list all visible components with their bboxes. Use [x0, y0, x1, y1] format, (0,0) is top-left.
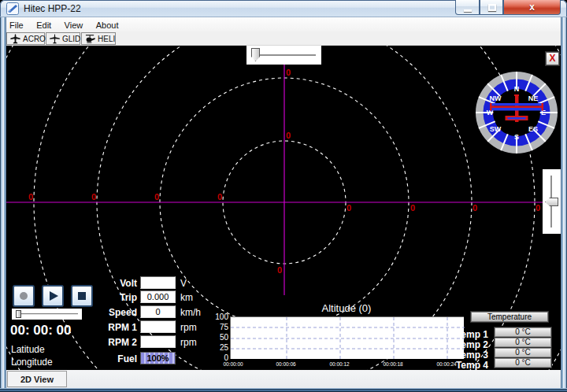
playback-slider-track[interactable] [16, 313, 78, 315]
play-icon [50, 291, 58, 301]
trip-field[interactable]: 0.000 [140, 290, 176, 303]
compass-ne: NE [528, 94, 539, 102]
temp2-value: 0 °C [495, 338, 551, 347]
x-tick: 00:00:00 [219, 361, 247, 367]
x-tick: 00:00:18 [379, 361, 407, 367]
axis-zero-label: 0 [277, 266, 282, 275]
stop-icon [78, 292, 86, 300]
elapsed-time: 00: 00: 00 [10, 323, 72, 338]
toolbar: ACRO GLID HELI [6, 31, 561, 46]
rpm2-label: RPM 2 [90, 337, 137, 348]
speed-label: Speed [90, 307, 137, 318]
longitude-label: Longitude [11, 357, 53, 368]
volt-label: Volt [90, 278, 137, 289]
axis-zero-label: 0 [472, 204, 477, 213]
volt-unit: V [180, 278, 187, 289]
temp2-label: Temp 2 [454, 339, 488, 350]
altitude-chart-plot [230, 316, 464, 359]
window-border-left [0, 17, 6, 388]
rpm1-field[interactable] [140, 320, 176, 333]
titlebar[interactable]: Hitec HPP-22 x [0, 0, 567, 17]
temp1-label: Temp 1 [454, 329, 488, 340]
helicopter-icon [85, 34, 95, 44]
y-tick: 25 [197, 343, 228, 352]
speed-field[interactable]: 0 [140, 305, 176, 318]
altitude-chart-title: Altitude (0) [230, 302, 463, 314]
minimize-button[interactable] [455, 0, 480, 15]
statusbar: 2D View [6, 370, 561, 388]
latitude-label: Latitude [11, 344, 45, 355]
x-tick: 00:00:12 [325, 361, 354, 367]
axis-zero-label: 0 [286, 131, 291, 140]
play-button[interactable] [42, 285, 64, 307]
temp3-value: 0 °C [495, 348, 551, 357]
heli-button[interactable]: HELI [81, 32, 116, 45]
maximize-icon [488, 4, 496, 11]
acro-button[interactable]: ACRO [6, 32, 45, 45]
vslider-thumb[interactable] [545, 198, 558, 206]
radar-view: 0 0 0 0 0 0 0 0 0 0 0 X [6, 46, 561, 370]
compass-sw: SW [490, 125, 502, 133]
axis-zero-label: 0 [410, 204, 415, 213]
rpm2-field[interactable] [140, 335, 176, 348]
temp1-value: 0 °C [495, 327, 551, 337]
fuel-label: Fuel [90, 353, 137, 364]
pan-slider-vertical[interactable] [543, 169, 561, 234]
axis-zero-label: 0 [28, 193, 33, 202]
y-tick: 75 [197, 323, 228, 331]
volt-field[interactable] [140, 276, 176, 289]
axis-zero-label: 0 [91, 193, 96, 202]
playback-slider-thumb[interactable] [16, 310, 21, 318]
view-close-button[interactable]: X [546, 52, 559, 65]
maximize-button[interactable] [480, 0, 503, 15]
axis-zero-label: 0 [154, 193, 159, 202]
minimize-icon [464, 9, 472, 12]
temp4-value: 0 °C [495, 358, 551, 368]
rpm1-label: RPM 1 [90, 322, 137, 333]
compass-s: S [514, 133, 519, 141]
axis-zero-label: 0 [217, 193, 222, 202]
compass-es: ES [528, 125, 538, 133]
window-border-bottom [0, 388, 567, 392]
playback-slider[interactable] [12, 309, 82, 320]
rpm2-unit: rpm [180, 337, 197, 348]
trip-label: Trip [90, 292, 137, 303]
trip-unit: km [180, 292, 193, 303]
axis-zero-label: 0 [536, 204, 540, 213]
temp3-label: Temp 3 [454, 349, 488, 361]
window-title: Hitec HPP-22 [24, 3, 81, 14]
axis-zero-label: 0 [286, 68, 291, 77]
y-tick: 50 [197, 333, 228, 342]
tab-2d-view[interactable]: 2D View [7, 371, 67, 387]
app-icon [6, 2, 19, 15]
compass-n: N [514, 85, 520, 93]
acro-plane-icon [10, 34, 20, 44]
temp4-label: Temp 4 [454, 360, 488, 370]
window-border-right [561, 17, 567, 388]
hslider-track[interactable] [258, 54, 316, 57]
x-tick: 00:00:06 [272, 361, 300, 367]
hslider-thumb[interactable] [251, 48, 260, 61]
rpm1-unit: rpm [180, 322, 197, 333]
record-button[interactable] [13, 285, 35, 307]
record-icon [20, 292, 28, 300]
temperature-button[interactable]: Temperature [471, 312, 548, 322]
axis-zero-label: 0 [346, 204, 351, 213]
compass-nw: NW [490, 94, 502, 102]
close-button[interactable]: x [503, 0, 561, 15]
compass: N NE E ES S SW W NW [475, 71, 558, 154]
y-tick: 100 [197, 312, 228, 321]
glid-button[interactable]: GLID [46, 32, 80, 45]
close-icon: x [504, 2, 560, 13]
pan-slider-horizontal[interactable] [246, 46, 321, 65]
menubar: File Edit View About [6, 17, 561, 31]
app-window: 0 0 0 0 0 0 0 0 0 0 0 X [0, 0, 567, 392]
glider-icon [50, 34, 60, 44]
fuel-gauge: 100% [140, 352, 176, 364]
